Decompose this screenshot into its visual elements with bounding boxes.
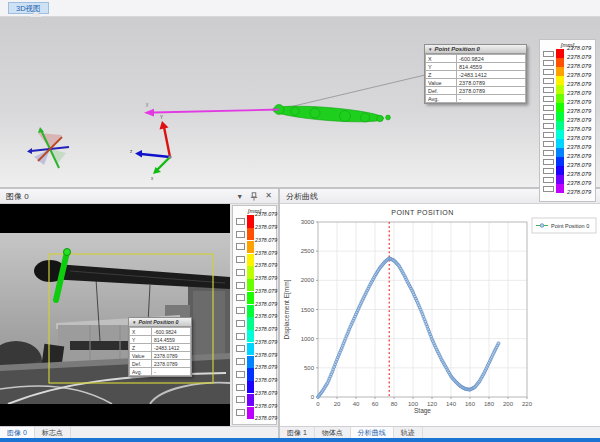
- x-tick-label: 140: [446, 401, 457, 407]
- tab-轨迹[interactable]: 轨迹: [394, 427, 423, 438]
- colorbar-color-chip: [556, 112, 564, 121]
- tooltip-row: Def.2378.0789: [130, 360, 191, 368]
- svg-text:y: y: [146, 102, 149, 107]
- top-dock-tabbar: 3D视图: [0, 0, 600, 17]
- colorbar-checkbox[interactable]: [236, 256, 245, 263]
- expander-icon[interactable]: ▼: [428, 47, 432, 52]
- colorbar-checkbox[interactable]: [543, 60, 554, 66]
- colorbar-value-label: 2378.079: [255, 225, 277, 230]
- colorbar-checkbox[interactable]: [236, 396, 245, 403]
- tab-3d-view[interactable]: 3D视图: [8, 2, 49, 14]
- colorbar-checkbox[interactable]: [236, 345, 245, 352]
- colorbar-checkbox[interactable]: [236, 218, 245, 225]
- colorbar-value-label: 2378.079: [255, 340, 277, 345]
- pin-icon[interactable]: [250, 192, 258, 201]
- colorbar-checkbox[interactable]: [543, 105, 554, 111]
- close-icon[interactable]: ✕: [265, 192, 272, 200]
- tab-标志点[interactable]: 标志点: [35, 427, 71, 438]
- colorbar-color-chip: [556, 85, 564, 94]
- colorbar-color-chip: [247, 317, 254, 329]
- colorbar-checkbox[interactable]: [543, 87, 554, 93]
- x-tick-label: 20: [334, 401, 341, 407]
- tooltip-row: Def.2378.0789: [426, 87, 526, 95]
- x-tick-label: 180: [484, 401, 495, 407]
- legend-label: Point Position 0: [551, 223, 589, 229]
- chevron-down-icon[interactable]: ▼: [236, 193, 243, 200]
- colorbar-checkbox[interactable]: [543, 132, 554, 138]
- x-tick-label: 200: [503, 401, 514, 407]
- displacement-vector-arrow: y: [144, 102, 279, 117]
- colorbar-checkbox[interactable]: [236, 409, 245, 416]
- tab-分析曲线[interactable]: 分析曲线: [351, 427, 394, 438]
- colorbar-checkbox[interactable]: [236, 320, 245, 327]
- colorbar-checkbox[interactable]: [236, 371, 245, 378]
- colorbar-color-chip: [247, 407, 254, 419]
- y-tick-label: 0: [311, 394, 315, 400]
- tab-图像 0[interactable]: 图像 0: [0, 427, 35, 438]
- colorbar-checkbox[interactable]: [543, 141, 554, 147]
- colorbar-value-label: 2378.079: [255, 263, 277, 268]
- colorbar-checkbox[interactable]: [236, 307, 245, 314]
- colorbar-checkbox[interactable]: [543, 123, 554, 129]
- colorbar-checkbox[interactable]: [236, 358, 245, 365]
- tab-图像 1[interactable]: 图像 1: [280, 427, 315, 438]
- colorbar-value-label: 2378.079: [567, 172, 591, 178]
- axis-label-x: x: [151, 176, 154, 181]
- colorbar-color-chip: [247, 356, 254, 368]
- tab-物体点[interactable]: 物体点: [315, 427, 351, 438]
- colorbar-value-label: 2378.079: [567, 154, 591, 160]
- point-tooltip-image[interactable]: ▼Point Position 0X-600.9824Y814.4559Z-24…: [128, 317, 192, 377]
- colorbar-checkbox[interactable]: [543, 78, 554, 84]
- point-tooltip-3d[interactable]: ▼Point Position 0X-600.9824Y814.4559Z-24…: [424, 44, 527, 104]
- colorbar-checkbox[interactable]: [236, 333, 245, 340]
- colorbar-value-label: 2378.079: [567, 136, 591, 142]
- curve-panel-title: 分析曲线: [286, 191, 318, 202]
- colorbar-checkbox[interactable]: [543, 168, 554, 174]
- colorbar-scale: 2378.0792378.0792378.0792378.0792378.079…: [543, 49, 595, 193]
- point-cloud[interactable]: [272, 103, 391, 125]
- colorbar-value-label: 2378.079: [255, 289, 277, 294]
- x-tick-label: 80: [391, 401, 398, 407]
- colorbar-value-label: 2378.079: [255, 404, 277, 409]
- colorbar-color-chip: [556, 103, 564, 112]
- image-panel-title: 图像 0: [6, 191, 29, 202]
- curve-panel-tabbar: 图像 1物体点分析曲线轨迹: [280, 426, 600, 438]
- legend-marker-sample: [540, 224, 544, 228]
- tooltip-row-value: 2378.0789: [457, 79, 526, 87]
- colorbar-color-chip: [556, 94, 564, 103]
- colorbar-checkbox[interactable]: [236, 384, 245, 391]
- 3d-viewport[interactable]: y Y z x: [0, 17, 600, 187]
- colorbar-checkbox[interactable]: [543, 159, 554, 165]
- colorbar-value-label: 2378.079: [567, 118, 591, 124]
- colorbar-color-chip: [247, 343, 254, 355]
- colorbar-value-label: 2378.079: [567, 100, 591, 106]
- colorbar-value-label: 2378.079: [567, 73, 591, 79]
- colorbar-checkbox[interactable]: [543, 69, 554, 75]
- colorbar-checkbox[interactable]: [236, 282, 245, 289]
- colorbar-color-chip: [247, 228, 254, 240]
- colorbar-checkbox[interactable]: [236, 243, 245, 250]
- colorbar-checkbox[interactable]: [543, 114, 554, 120]
- tooltip-row-label: Z: [426, 71, 457, 79]
- tooltip-row-label: Def.: [130, 360, 152, 368]
- colorbar-checkbox[interactable]: [236, 231, 245, 238]
- colorbar-color-chip: [247, 266, 254, 278]
- tooltip-row-label: Z: [130, 344, 152, 352]
- colorbar-value-label: 2378.079: [255, 365, 277, 370]
- colorbar-checkbox[interactable]: [543, 150, 554, 156]
- tooltip-row-value: 2378.0789: [152, 352, 191, 360]
- analysis-chart[interactable]: 0204060801001201401601802002200500100015…: [280, 204, 600, 426]
- colorbar-checkbox[interactable]: [236, 269, 245, 276]
- orientation-gizmo[interactable]: [27, 127, 69, 168]
- colorbar-checkbox[interactable]: [543, 186, 554, 192]
- camera-image-view[interactable]: 0: [0, 204, 230, 426]
- colorbar-checkbox[interactable]: [543, 51, 554, 57]
- colorbar-value-label: 2378.079: [255, 378, 277, 383]
- colorbar-checkbox[interactable]: [543, 177, 554, 183]
- chart-title: POINT POSITION: [391, 209, 453, 216]
- tooltip-row: Z-2483.1412: [130, 344, 191, 352]
- expander-icon[interactable]: ▼: [132, 320, 136, 325]
- colorbar-checkbox[interactable]: [543, 96, 554, 102]
- chart-xlabel: Stage: [414, 407, 431, 415]
- colorbar-checkbox[interactable]: [236, 294, 245, 301]
